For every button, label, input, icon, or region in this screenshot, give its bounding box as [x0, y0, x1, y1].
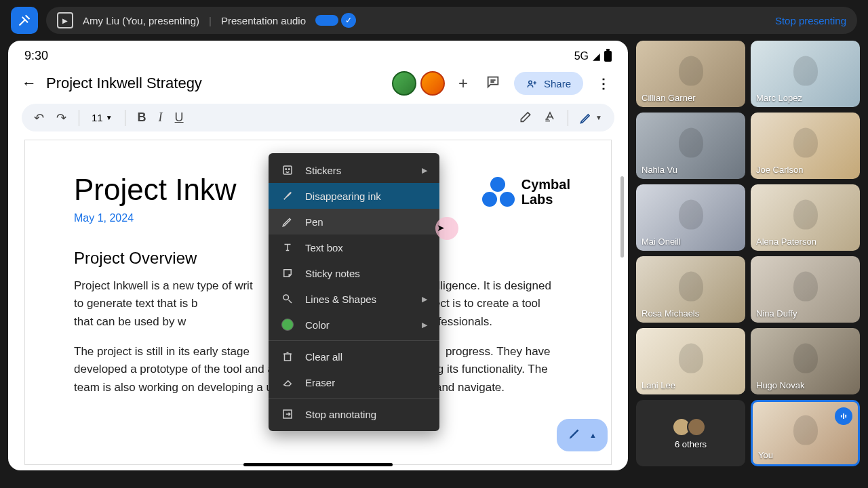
signal-icon: ◢	[593, 51, 600, 62]
video-tile[interactable]: Nina Duffy	[751, 256, 860, 323]
video-tile[interactable]: Alena Paterson	[751, 184, 860, 251]
video-tile[interactable]: Mai Oneill	[636, 184, 745, 251]
trash-icon	[281, 350, 294, 363]
formatting-toolbar: ↶ ↷ 11 ▼ B I U ▼	[22, 104, 614, 131]
divider: |	[209, 15, 212, 26]
speaking-icon	[835, 407, 852, 425]
app-icon[interactable]	[11, 7, 38, 34]
highlight-icon[interactable]	[519, 109, 532, 126]
present-to-all-icon[interactable]: ▶	[57, 12, 73, 28]
add-icon[interactable]: +	[454, 74, 472, 93]
chevron-right-icon: ▶	[422, 166, 427, 175]
video-tile[interactable]: Lani Lee	[636, 328, 745, 394]
caret-up-icon: ▲	[589, 431, 597, 439]
presenter-pill: ▶ Amy Liu (You, presenting) | Presentati…	[46, 7, 857, 34]
bold-button[interactable]: B	[138, 110, 146, 125]
svg-rect-12	[843, 413, 844, 419]
menu-text-box[interactable]: Text box	[269, 235, 439, 260]
battery-icon	[604, 51, 612, 62]
scrollbar[interactable]	[620, 176, 624, 258]
svg-rect-13	[845, 415, 846, 418]
video-tile-others[interactable]: 6 others	[636, 400, 745, 466]
video-tile[interactable]: Hugo Novak	[751, 328, 860, 394]
chevron-right-icon: ▶	[422, 321, 427, 329]
svg-point-6	[285, 169, 287, 170]
annotation-fab[interactable]: ▲	[557, 419, 608, 451]
menu-sticky-notes[interactable]: Sticky notes	[269, 260, 439, 286]
comment-icon[interactable]	[481, 75, 505, 93]
pen-icon	[568, 426, 583, 445]
undo-icon[interactable]: ↶	[34, 110, 44, 125]
network-label: 5G	[574, 50, 589, 62]
video-tile-you[interactable]: You	[751, 400, 860, 466]
menu-clear-all[interactable]: Clear all	[269, 344, 439, 369]
pen-tool-dropdown[interactable]: ▼	[579, 111, 602, 125]
collaborator-avatar-1[interactable]	[392, 71, 416, 96]
redo-icon[interactable]: ↷	[56, 110, 66, 125]
menu-eraser[interactable]: Eraser	[269, 369, 439, 395]
presenter-name: Amy Liu (You, presenting)	[83, 15, 199, 26]
doc-header: ← Project Inkwell Strategy + Share ⋮	[8, 66, 628, 101]
audio-toggle[interactable]: ✓	[315, 13, 356, 28]
underline-button[interactable]: U	[175, 110, 184, 125]
color-swatch-icon	[281, 319, 294, 331]
menu-pen[interactable]: Pen	[269, 209, 439, 235]
menu-stop-annotating[interactable]: Stop annotating	[269, 401, 439, 427]
video-tile[interactable]: Cillian Garner	[636, 41, 745, 107]
pen-icon	[281, 216, 294, 228]
menu-color[interactable]: Color ▶	[269, 312, 439, 338]
ink-icon	[281, 190, 294, 202]
svg-point-2	[529, 81, 532, 84]
video-tile[interactable]: Rosa Michaels	[636, 256, 745, 323]
exit-icon	[281, 408, 294, 420]
video-tile[interactable]: Nahla Vu	[636, 113, 745, 179]
back-arrow-icon[interactable]: ←	[22, 75, 37, 92]
italic-button[interactable]: I	[159, 110, 163, 125]
stickers-icon	[281, 164, 294, 176]
doc-title: Project Inkwell Strategy	[46, 75, 388, 92]
svg-rect-11	[841, 415, 842, 418]
share-button[interactable]: Share	[514, 72, 583, 95]
menu-stickers[interactable]: Stickers ▶	[269, 157, 439, 183]
text-format-icon[interactable]	[543, 109, 557, 126]
share-label: Share	[544, 78, 571, 89]
top-bar: ▶ Amy Liu (You, presenting) | Presentati…	[0, 0, 868, 41]
document-preview: 9:30 5G ◢ ← Project Inkwell Strategy + S…	[8, 41, 628, 470]
menu-lines-shapes[interactable]: Lines & Shapes ▶	[269, 286, 439, 312]
svg-rect-9	[285, 354, 291, 361]
others-avatars	[676, 418, 706, 436]
svg-rect-5	[283, 166, 292, 174]
status-time: 9:30	[24, 49, 48, 63]
stop-presenting-link[interactable]: Stop presenting	[775, 15, 846, 26]
svg-point-7	[289, 169, 290, 170]
annotation-menu: Stickers ▶ Disappearing ink Pen Text bo	[269, 153, 439, 431]
more-icon[interactable]: ⋮	[593, 75, 614, 92]
shapes-icon	[281, 293, 294, 305]
cursor-indicator: ➤	[435, 217, 458, 240]
eraser-icon	[281, 376, 294, 388]
menu-disappearing-ink[interactable]: Disappearing ink	[269, 183, 439, 209]
font-size-selector[interactable]: 11 ▼	[92, 112, 113, 123]
chevron-right-icon: ▶	[422, 295, 427, 304]
video-tile[interactable]: Marc Lopez	[751, 41, 860, 107]
video-tile[interactable]: Joe Carlson	[751, 113, 860, 179]
home-indicator[interactable]	[243, 463, 393, 466]
svg-point-8	[283, 295, 289, 300]
audio-label: Presentation audio	[221, 15, 306, 26]
brand-logo: CymbalLabs	[482, 177, 570, 207]
participant-grid: Cillian Garner Marc Lopez Nahla Vu Joe C…	[636, 41, 860, 470]
device-status-bar: 9:30 5G ◢	[8, 41, 628, 66]
collaborator-avatar-2[interactable]	[420, 71, 445, 96]
sticky-note-icon	[281, 267, 294, 279]
text-box-icon	[281, 241, 294, 253]
